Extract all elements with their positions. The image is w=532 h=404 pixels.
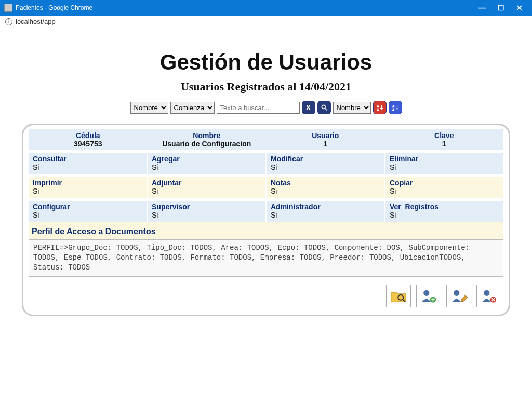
- perm-value: Si: [152, 163, 261, 171]
- svg-point-10: [454, 290, 459, 296]
- app-icon: [4, 4, 12, 12]
- perm-cell: Consultar Si: [29, 153, 148, 174]
- action-search-records-button[interactable]: [386, 285, 411, 307]
- svg-point-0: [322, 105, 325, 109]
- user-card: Cédula 3945753 Nombre Usuario de Configu…: [22, 124, 510, 316]
- perm-cell: Supervisor Si: [148, 201, 267, 222]
- user-add-icon: [420, 287, 437, 305]
- identity-label: Nombre: [151, 131, 263, 140]
- perm-cell: Modificar Si: [267, 153, 385, 174]
- window-maximize-button[interactable]: ☐: [498, 5, 504, 11]
- user-edit-icon: [450, 287, 468, 305]
- action-add-user-button[interactable]: [416, 285, 441, 307]
- page-title: Gestión de Usuarios: [12, 50, 520, 75]
- search-match-select[interactable]: Comienza: [170, 102, 215, 114]
- profile-textarea[interactable]: [29, 239, 503, 277]
- perm-value: Si: [390, 163, 499, 171]
- search-toolbar: Nombre Comienza X Nombre AZ AZ: [12, 101, 520, 114]
- page-body: Gestión de Usuarios Usuarios Registrados…: [0, 28, 532, 381]
- action-toolbar: [29, 285, 503, 307]
- identity-cell-clave: Clave 1: [385, 129, 504, 150]
- identity-cell-usuario: Usuario 1: [266, 129, 385, 150]
- perm-label: Copiar: [390, 179, 499, 187]
- user-delete-icon: [480, 287, 498, 305]
- perm-value: Si: [390, 187, 499, 195]
- perm-cell: Adjuntar Si: [148, 177, 267, 198]
- sort-desc-icon: AZ: [392, 104, 399, 111]
- identity-label: Usuario: [269, 131, 382, 140]
- action-delete-user-button[interactable]: [476, 285, 501, 307]
- identity-label: Cédula: [32, 131, 144, 140]
- perm-value: Si: [33, 211, 142, 219]
- svg-text:Z: Z: [377, 108, 379, 111]
- perm-label: Imprimir: [33, 179, 142, 187]
- close-icon: X: [306, 103, 311, 112]
- perm-label: Administrador: [271, 203, 380, 211]
- profile-label: Perfil de Acceso a Documentos: [29, 222, 503, 239]
- window-minimize-button[interactable]: —: [479, 5, 485, 11]
- page-subtitle: Usuarios Registrados al 14/04/2021: [12, 80, 520, 93]
- perm-value: Si: [271, 211, 380, 219]
- perm-label: Ver_Registros: [390, 203, 499, 211]
- identity-label: Clave: [388, 131, 501, 140]
- perm-value: Si: [33, 187, 142, 195]
- window-close-button[interactable]: ✕: [516, 5, 523, 11]
- svg-text:Z: Z: [392, 108, 394, 111]
- perm-label: Supervisor: [152, 203, 261, 211]
- identity-cell-cedula: Cédula 3945753: [29, 129, 148, 150]
- perm-value: Si: [152, 211, 261, 219]
- perm-value: Si: [33, 163, 142, 171]
- site-info-icon[interactable]: i: [5, 18, 12, 25]
- perm-cell: Agregar Si: [148, 153, 267, 174]
- perm-label: Eliminar: [390, 155, 499, 163]
- url-text: localhost/app_: [16, 18, 59, 25]
- perm-label: Consultar: [33, 155, 142, 163]
- perm-cell: Imprimir Si: [29, 177, 148, 198]
- perm-cell: Ver_Registros Si: [385, 201, 503, 222]
- perm-label: Modificar: [271, 155, 380, 163]
- perm-label: Agregar: [152, 155, 261, 163]
- browser-address-bar: i localhost/app_: [0, 16, 532, 28]
- perm-value: Si: [152, 187, 261, 195]
- window-title: Pacientes - Google Chrome: [16, 4, 479, 11]
- perm-label: Configurar: [33, 203, 142, 211]
- search-input[interactable]: [217, 102, 300, 114]
- perm-row: Imprimir Si Adjuntar Si Notas Si Copiar …: [29, 177, 503, 198]
- perm-row: Consultar Si Agregar Si Modificar Si Eli…: [29, 153, 503, 174]
- svg-line-1: [325, 109, 327, 111]
- search-field-select-2[interactable]: Nombre: [333, 102, 371, 114]
- action-edit-user-button[interactable]: [446, 285, 471, 307]
- identity-value: 1: [269, 140, 382, 148]
- window-titlebar: Pacientes - Google Chrome — ☐ ✕: [0, 0, 532, 16]
- perm-label: Notas: [271, 179, 380, 187]
- perm-cell: Copiar Si: [385, 177, 503, 198]
- identity-value: 1: [388, 140, 501, 148]
- perm-cell: Configurar Si: [29, 201, 148, 222]
- sort-desc-button[interactable]: AZ: [389, 101, 402, 114]
- folder-search-icon: [390, 287, 407, 305]
- svg-point-11: [484, 290, 489, 296]
- perm-value: Si: [271, 163, 380, 171]
- svg-text:A: A: [392, 105, 395, 108]
- perm-value: Si: [390, 211, 499, 219]
- perm-cell: Administrador Si: [267, 201, 385, 222]
- sort-asc-icon: AZ: [376, 104, 383, 111]
- identity-value: Usuario de Configuracion: [151, 140, 263, 148]
- perm-cell: Notas Si: [267, 177, 385, 198]
- search-field-select-1[interactable]: Nombre: [130, 102, 168, 114]
- identity-row: Cédula 3945753 Nombre Usuario de Configu…: [29, 129, 503, 150]
- identity-value: 3945753: [32, 140, 144, 148]
- perm-value: Si: [271, 187, 380, 195]
- identity-cell-nombre: Nombre Usuario de Configuracion: [148, 129, 267, 150]
- svg-point-8: [423, 290, 429, 296]
- perm-label: Adjuntar: [152, 179, 261, 187]
- svg-text:A: A: [377, 105, 379, 108]
- clear-search-button[interactable]: X: [302, 101, 315, 114]
- perm-row: Configurar Si Supervisor Si Administrado…: [29, 201, 503, 222]
- perm-cell: Eliminar Si: [385, 153, 503, 174]
- search-icon: [321, 104, 328, 111]
- run-search-button[interactable]: [317, 101, 331, 114]
- sort-asc-button[interactable]: AZ: [373, 101, 387, 114]
